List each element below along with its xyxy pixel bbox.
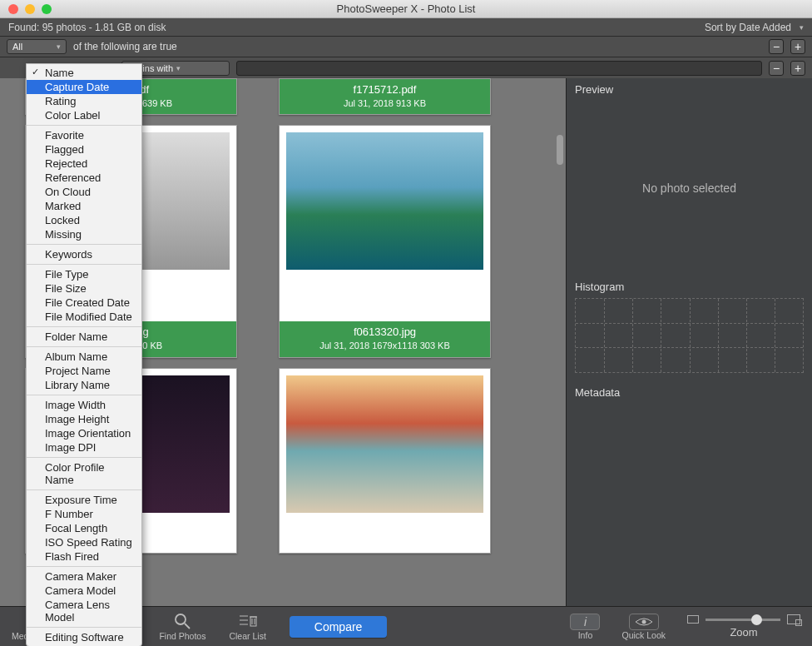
sort-selector[interactable]: Sort by Date Added xyxy=(705,22,804,33)
add-rule-group-button[interactable]: + xyxy=(790,39,805,54)
photo-card[interactable] xyxy=(279,368,491,554)
dropdown-item[interactable]: Editing Software xyxy=(27,630,141,644)
dropdown-item[interactable]: Folder Name xyxy=(27,330,141,344)
search-icon xyxy=(173,612,191,630)
zoom-label: Zoom xyxy=(730,626,757,639)
eye-icon xyxy=(629,614,659,630)
add-rule-button[interactable]: + xyxy=(790,61,805,76)
clear-list-icon xyxy=(239,612,257,630)
gallery-scroll-thumb[interactable] xyxy=(557,135,563,165)
dropdown-item[interactable]: Camera Model xyxy=(27,584,141,598)
dropdown-separator xyxy=(27,346,141,347)
card-filename: f0613320.jpg xyxy=(281,325,488,340)
sort-label: Sort by Date Added xyxy=(705,22,791,33)
find-photos-button[interactable]: Find Photos xyxy=(159,612,205,641)
info-toggle[interactable]: i Info xyxy=(570,614,600,640)
dropdown-separator xyxy=(27,627,141,628)
photo-thumb xyxy=(286,375,483,513)
card-meta: Jul 31, 2018 913 KB xyxy=(281,97,488,110)
dropdown-item[interactable]: Image Height xyxy=(27,412,141,426)
dropdown-item[interactable]: Name xyxy=(27,66,141,80)
dropdown-item[interactable]: Marked xyxy=(27,199,141,213)
rule-value-input[interactable] xyxy=(236,61,762,76)
dropdown-item[interactable]: Rating xyxy=(27,94,141,108)
histogram-header: Histogram xyxy=(567,276,812,298)
dropdown-item[interactable]: F Number xyxy=(27,507,141,521)
found-count-label: Found: 95 photos - 1.81 GB on disk xyxy=(8,22,166,33)
dropdown-item[interactable]: Favorite xyxy=(27,128,141,142)
quicklook-toggle[interactable]: Quick Look xyxy=(621,614,666,640)
card-meta: Jul 31, 2018 1679x1118 303 KB xyxy=(281,340,488,352)
right-panel: Preview No photo selected Histogram Meta… xyxy=(566,78,812,606)
dropdown-separator xyxy=(27,244,141,245)
dropdown-item[interactable]: Locked xyxy=(27,213,141,227)
dropdown-item[interactable]: Keywords xyxy=(27,247,141,261)
dropdown-item[interactable]: Referenced xyxy=(27,171,141,185)
dropdown-separator xyxy=(27,326,141,327)
rules-text: of the following are true xyxy=(73,41,177,52)
dropdown-item[interactable]: On Cloud xyxy=(27,185,141,199)
dropdown-item[interactable]: File Size xyxy=(27,281,141,296)
dropdown-item[interactable]: File Type xyxy=(27,267,141,281)
remove-rule-group-button[interactable]: − xyxy=(769,39,784,54)
dropdown-item[interactable]: Image Width xyxy=(27,398,141,412)
photo-card[interactable]: f0613320.jpg Jul 31, 2018 1679x1118 303 … xyxy=(279,125,491,357)
zoom-max-icon[interactable] xyxy=(787,614,800,624)
dropdown-item[interactable]: Flagged xyxy=(27,142,141,157)
preview-header: Preview xyxy=(567,78,812,101)
svg-point-2 xyxy=(176,614,186,624)
dropdown-separator xyxy=(27,566,141,567)
clear-list-label: Clear List xyxy=(229,631,265,641)
dropdown-item[interactable]: Exposure Time xyxy=(27,493,141,507)
dropdown-separator xyxy=(27,489,141,490)
photo-thumb xyxy=(286,132,483,270)
dropdown-item[interactable]: Color Label xyxy=(27,108,141,122)
match-all-select[interactable]: All xyxy=(7,39,67,54)
dropdown-item[interactable]: Library Name xyxy=(27,378,141,392)
svg-line-3 xyxy=(185,624,190,629)
dropdown-item[interactable]: Flash Fired xyxy=(27,549,141,564)
rules-header-row: All of the following are true − + xyxy=(0,37,812,57)
dropdown-item[interactable]: Capture Date xyxy=(27,80,141,94)
dropdown-item[interactable]: ISO Speed Rating xyxy=(27,535,141,549)
dropdown-separator xyxy=(27,125,141,126)
preview-empty-label: No photo selected xyxy=(567,101,812,276)
dropdown-separator xyxy=(27,457,141,458)
dropdown-item[interactable]: Image Orientation xyxy=(27,426,141,440)
dropdown-item[interactable]: Focal Length xyxy=(27,521,141,535)
zoom-min-icon[interactable] xyxy=(687,615,699,624)
dropdown-item[interactable]: Camera Maker xyxy=(27,569,141,584)
card-filename: f1715712.pdf xyxy=(281,82,488,97)
clear-list-button[interactable]: Clear List xyxy=(229,612,265,641)
dropdown-item[interactable]: Project Name xyxy=(27,364,141,378)
svg-point-11 xyxy=(641,619,646,624)
info-label: Info xyxy=(578,630,593,640)
metadata-header: Metadata xyxy=(567,381,812,404)
dropdown-item[interactable]: Rejected xyxy=(27,157,141,171)
dropdown-item[interactable]: File Created Date xyxy=(27,296,141,310)
compare-button[interactable]: Compare xyxy=(290,616,388,638)
dropdown-separator xyxy=(27,395,141,395)
rule-field-dropdown[interactable]: NameCapture DateRatingColor LabelFavorit… xyxy=(26,63,142,646)
zoom-slider[interactable] xyxy=(706,619,780,621)
dropdown-item[interactable]: Color Profile Name xyxy=(27,460,141,487)
zoom-knob[interactable] xyxy=(751,614,762,625)
histogram-grid xyxy=(575,298,804,373)
remove-rule-button[interactable]: − xyxy=(769,61,784,76)
zoom-control: Zoom xyxy=(687,614,800,639)
window-titlebar: PhotoSweeper X - Photo List xyxy=(0,0,812,18)
svg-rect-7 xyxy=(250,617,256,626)
match-all-select-label: All xyxy=(12,42,22,52)
quicklook-label: Quick Look xyxy=(621,630,666,640)
dropdown-item[interactable]: File Modified Date xyxy=(27,310,141,324)
dropdown-item[interactable]: Image DPI xyxy=(27,440,141,455)
window-title: PhotoSweeper X - Photo List xyxy=(0,2,812,15)
status-bar: Found: 95 photos - 1.81 GB on disk Sort … xyxy=(0,18,812,37)
dropdown-separator xyxy=(27,264,141,265)
dropdown-item[interactable]: Missing xyxy=(27,227,141,241)
find-photos-label: Find Photos xyxy=(159,631,205,641)
photo-card[interactable]: f1715712.pdf Jul 31, 2018 913 KB xyxy=(279,78,491,115)
dropdown-item[interactable]: Album Name xyxy=(27,350,141,364)
info-icon: i xyxy=(570,614,600,630)
dropdown-item[interactable]: Camera Lens Model xyxy=(27,598,141,624)
